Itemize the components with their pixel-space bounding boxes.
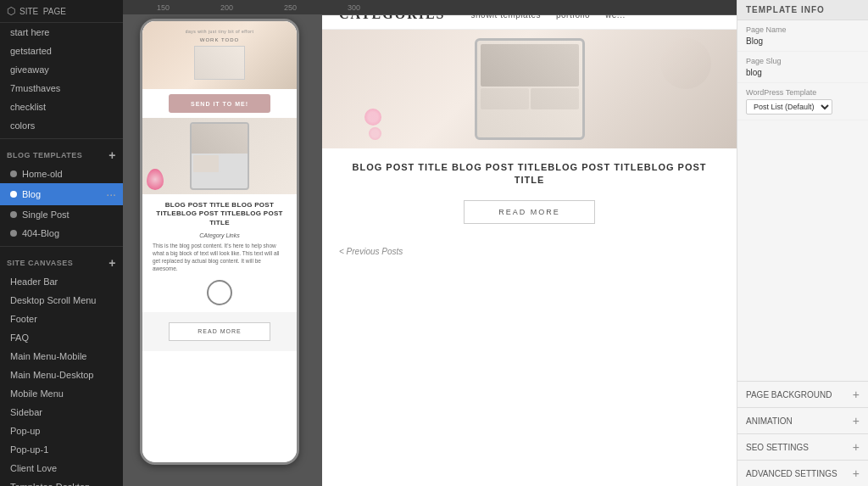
sidebar-item-header-bar[interactable]: Header Bar (0, 272, 123, 291)
sidebar-item-home-old[interactable]: Home-old (0, 165, 123, 183)
flower-decoration-mobile (147, 169, 164, 190)
desktop-read-more-button[interactable]: READ MORE (464, 200, 595, 224)
sidebar-item-getstarted[interactable]: getstarted (0, 42, 123, 60)
item-label: 404-Blog (22, 228, 59, 238)
sidebar-item-7musthaves[interactable]: 7musthaves (0, 79, 123, 98)
sidebar-item-popup[interactable]: Pop-up (0, 422, 123, 440)
desktop-post-section: BLOG POST TITLE BLOG POST TITLEBLOG POST… (322, 148, 737, 237)
item-label: Blog (22, 189, 41, 199)
sidebar-item-desktop-scroll-menu[interactable]: Desktop Scroll Menu (0, 291, 123, 310)
page-name-label: Page Name (746, 25, 860, 34)
mobile-circle-button[interactable] (207, 280, 232, 305)
item-label: Sidebar (10, 407, 42, 417)
sidebar-item-sidebar[interactable]: Sidebar (0, 403, 123, 422)
sidebar-item-404-blog[interactable]: 404-Blog (0, 224, 123, 243)
advanced-settings-section[interactable]: ADVANCED SETTINGS + (737, 460, 868, 486)
desktop-tablet-top-img (481, 44, 579, 87)
mobile-preview[interactable]: days with just tiny bit of effort WORK T… (140, 19, 299, 465)
seo-settings-section[interactable]: SEO SETTINGS + (737, 433, 868, 460)
item-label: Mobile Menu (10, 388, 64, 399)
right-sidebar: TEMPLATE INFO Page Name Blog Page Slug b… (737, 0, 868, 486)
seo-settings-label: SEO SETTINGS (746, 443, 809, 452)
page-slug-field: Page Slug blog (737, 52, 868, 83)
item-label: Pop-up-1 (10, 444, 48, 455)
item-label: Main Menu-Mobile (10, 351, 86, 361)
expand-seo-icon[interactable]: + (853, 440, 860, 454)
sidebar-item-footer[interactable]: Footer (0, 310, 123, 328)
item-label: Footer (10, 314, 37, 324)
main-area: 150 200 250 300 days with just tiny bit … (123, 0, 868, 486)
canvas-area[interactable]: 150 200 250 300 days with just tiny bit … (123, 0, 737, 486)
desktop-tablet-visual (475, 38, 585, 140)
sidebar-item-checklist[interactable]: checklist (0, 98, 123, 116)
mobile-blog-title: BLOG POST TITLE BLOG POST TITLEBLOG POST… (142, 194, 297, 231)
wp-template-field: WordPress Template Post List (Default) (737, 83, 868, 120)
sidebar-site-page-header: ⬡ SITE PAGE (0, 0, 123, 23)
mobile-top-image: days with just tiny bit of effort WORK T… (142, 21, 297, 89)
item-label: giveaway (10, 64, 49, 75)
sidebar-item-single-post[interactable]: Single Post (0, 205, 123, 224)
sidebar-item-client-love[interactable]: Client Love (0, 459, 123, 478)
item-label: Templates-Desktop (10, 482, 90, 486)
left-sidebar: ⬡ SITE PAGE start here getstarted giveaw… (0, 0, 123, 486)
desktop-tablet-content (477, 41, 582, 113)
sidebar-item-main-menu-desktop[interactable]: Main Menu-Desktop (0, 366, 123, 384)
page-name-field: Page Name Blog (737, 20, 868, 52)
item-label: Main Menu-Desktop (10, 370, 93, 380)
item-label: 7musthaves (10, 83, 60, 93)
expand-advanced-icon[interactable]: + (853, 466, 860, 480)
sidebar-item-popup-1[interactable]: Pop-up-1 (0, 440, 123, 459)
advanced-settings-label: ADVANCED SETTINGS (746, 469, 837, 478)
add-canvas-button[interactable]: + (108, 257, 116, 269)
mobile-work-todo-label: WORK TODO (186, 36, 254, 44)
page-background-section[interactable]: PAGE BACKGROUND + (737, 381, 868, 407)
mobile-send-button[interactable]: SEND IT TO ME! (169, 94, 270, 113)
sidebar-item-blog[interactable]: Blog ··· (0, 183, 123, 205)
desktop-preview[interactable]: CATEGORIES showit templates portfolio we… (322, 0, 737, 486)
desktop-hero-image (322, 30, 737, 148)
more-options-icon[interactable]: ··· (106, 187, 116, 201)
wp-template-label: WordPress Template (746, 88, 860, 97)
item-label: FAQ (10, 332, 29, 343)
expand-animation-icon[interactable]: + (853, 414, 860, 427)
desktop-prev-posts[interactable]: < Previous Posts (322, 237, 737, 266)
item-indicator (10, 211, 17, 218)
item-indicator (10, 230, 17, 237)
sidebar-item-colors[interactable]: colors (0, 116, 123, 135)
expand-page-background-icon[interactable]: + (853, 388, 860, 401)
sidebar-item-starthere[interactable]: start here (0, 23, 123, 42)
add-blog-template-button[interactable]: + (108, 149, 116, 161)
divider-2 (0, 246, 123, 247)
sidebar-item-giveaway[interactable]: giveaway (0, 60, 123, 79)
nav-items-section: start here getstarted giveaway 7musthave… (0, 23, 123, 135)
wp-template-select[interactable]: Post List (Default) (746, 99, 832, 115)
item-label: Home-old (22, 169, 63, 179)
page-name-value[interactable]: Blog (746, 36, 860, 46)
item-label: Desktop Scroll Menu (10, 295, 97, 305)
item-label: start here (10, 27, 49, 37)
item-indicator (10, 170, 17, 177)
ruler-mark-250: 250 (284, 3, 297, 12)
sidebar-item-main-menu-mobile[interactable]: Main Menu-Mobile (0, 347, 123, 366)
mobile-category-links: CAtegory Links (142, 231, 297, 242)
sidebar-item-faq[interactable]: FAQ (0, 328, 123, 347)
mobile-read-more-button[interactable]: READ MORE (169, 322, 270, 341)
ruler-mark-200: 200 (220, 3, 233, 12)
template-info-header: TEMPLATE INFO (737, 0, 868, 20)
item-label: getstarted (10, 46, 52, 56)
item-label: colors (10, 120, 35, 131)
page-slug-label: Page Slug (746, 57, 860, 65)
page-slug-value[interactable]: blog (746, 68, 860, 77)
site-icon: ⬡ (7, 5, 15, 17)
mobile-bottom-section: READ MORE (142, 312, 297, 351)
right-bottom-sections: PAGE BACKGROUND + ANIMATION + SEO SETTIN… (737, 381, 868, 486)
mobile-content-text: This is the blog post content. It's here… (142, 242, 297, 272)
ruler-mark-150: 150 (157, 3, 170, 12)
sidebar-item-templates-desktop[interactable]: Templates-Desktop (0, 478, 123, 486)
animation-section[interactable]: ANIMATION + (737, 407, 868, 433)
mobile-inner: days with just tiny bit of effort WORK T… (142, 21, 297, 462)
item-indicator (10, 191, 17, 198)
divider-1 (0, 138, 123, 139)
blog-templates-section-title: BLOG TEMPLATES + (0, 142, 123, 165)
sidebar-item-mobile-menu[interactable]: Mobile Menu (0, 384, 123, 403)
